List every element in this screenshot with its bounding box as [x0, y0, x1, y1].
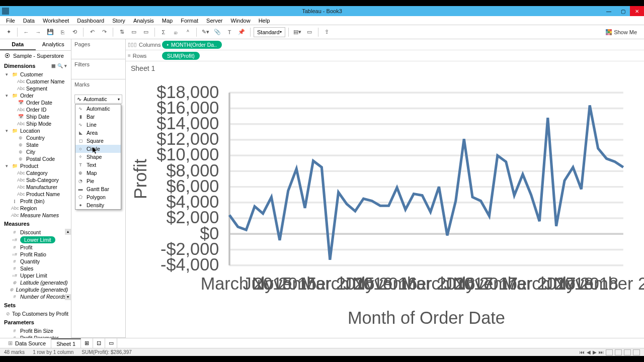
tableau-logo-icon[interactable]: ✦: [3, 27, 14, 38]
search-icon[interactable]: 🔍: [57, 63, 63, 68]
dim-customer-name[interactable]: AbcCustomer Name: [1, 78, 70, 85]
fit-dropdown[interactable]: Standard▾: [254, 27, 285, 37]
dim-category[interactable]: AbcCategory: [1, 169, 70, 176]
nav-next-button[interactable]: ▶: [593, 349, 597, 355]
data-source-tab[interactable]: ⊞Data Source: [0, 338, 51, 348]
nav-last-button[interactable]: ⏭: [599, 349, 604, 355]
marks-type-polygon[interactable]: ⬠Polygon: [75, 193, 121, 201]
scroll-down-button[interactable]: ▾: [65, 294, 71, 300]
close-button[interactable]: ✕: [630, 6, 644, 16]
view-mode-1[interactable]: [606, 349, 613, 355]
measure-quantity[interactable]: #Quantity: [1, 258, 70, 265]
dim-product-name[interactable]: AbcProduct Name: [1, 191, 70, 198]
sheet-tab[interactable]: Sheet 1: [51, 338, 81, 348]
dim-postal-code[interactable]: ⊕Postal Code: [1, 155, 70, 162]
undo-button[interactable]: ↶: [87, 27, 98, 38]
marks-type-density[interactable]: ●Density: [75, 201, 121, 209]
menu-worksheet[interactable]: Worksheet: [39, 18, 73, 24]
label-button[interactable]: T: [224, 27, 235, 38]
param-profit-parameter[interactable]: #Profit Parameter: [1, 334, 70, 338]
measure-discount[interactable]: #Discount: [1, 229, 70, 236]
menu-analysis[interactable]: Analysis: [129, 18, 158, 24]
marks-type-bar[interactable]: ▮Bar: [75, 113, 121, 121]
swap-button[interactable]: ⇅: [116, 27, 127, 38]
dim-order[interactable]: ▾📁Order: [1, 92, 70, 99]
menu-format[interactable]: Format: [177, 18, 202, 24]
menu-file[interactable]: File: [2, 18, 19, 24]
menu-icon[interactable]: ▾: [64, 63, 67, 68]
group-button[interactable]: ⎄: [170, 27, 181, 38]
dim-profit-bin-[interactable]: ⫿Profit (bin): [1, 198, 70, 205]
sort-asc-button[interactable]: ▭: [128, 27, 139, 38]
dim-product[interactable]: ▾📁Product: [1, 162, 70, 169]
dim-sub-category[interactable]: AbcSub-Category: [1, 176, 70, 184]
totals-button[interactable]: Σ: [158, 27, 169, 38]
marks-type-map[interactable]: ⊕Map: [75, 169, 121, 177]
measure-longitude-generated-[interactable]: ⊕Longitude (generated): [1, 286, 70, 293]
highlight-button[interactable]: ✎▾: [200, 27, 211, 38]
new-dashboard-button[interactable]: ⊡: [93, 338, 105, 348]
pin-button[interactable]: 📎: [212, 27, 223, 38]
menu-window[interactable]: Window: [227, 18, 255, 24]
columns-shelf[interactable]: ▯▯▯Columns ▸MONTH(Order Da..: [126, 39, 644, 50]
refresh-button[interactable]: ⟲: [69, 27, 80, 38]
param-profit-bin-size[interactable]: #Profit Bin Size: [1, 327, 70, 334]
view-as-icon[interactable]: ▦: [51, 63, 56, 68]
presentation-button[interactable]: ▭: [304, 27, 315, 38]
dim-customer[interactable]: ▾📁Customer: [1, 71, 70, 78]
dim-order-id[interactable]: AbcOrder ID: [1, 106, 70, 113]
menu-dashboard[interactable]: Dashboard: [73, 18, 108, 24]
marks-type-square[interactable]: ◻Square: [75, 137, 121, 145]
new-story-button[interactable]: ▭: [105, 338, 117, 348]
dim-measure-names[interactable]: AbcMeasure Names: [1, 212, 70, 219]
new-worksheet-button[interactable]: ⊞: [81, 338, 93, 348]
menu-server[interactable]: Server: [202, 18, 226, 24]
maximize-button[interactable]: ▢: [616, 6, 630, 16]
measure-upper-limit[interactable]: =#Upper Limit: [1, 272, 70, 279]
minimize-button[interactable]: —: [602, 6, 616, 16]
new-data-button[interactable]: ⎘: [57, 27, 68, 38]
rows-shelf[interactable]: ≡Rows SUM(Profit): [126, 50, 644, 61]
marks-type-text[interactable]: TText: [75, 161, 121, 169]
marks-type-line[interactable]: ∿Line: [75, 121, 121, 129]
measure-profit-ratio[interactable]: =#Profit Ratio: [1, 251, 70, 258]
set-top-customers-by-profit[interactable]: ⊘Top Customers by Profit: [1, 310, 70, 317]
columns-pill[interactable]: ▸MONTH(Order Da..: [162, 41, 222, 49]
sheet-title[interactable]: Sheet 1: [126, 61, 644, 75]
measure-latitude-generated-[interactable]: ⊕Latitude (generated): [1, 279, 70, 286]
menu-help[interactable]: Help: [255, 18, 274, 24]
abc-button[interactable]: ᴬ: [182, 27, 193, 38]
marks-type-pie[interactable]: ◔Pie: [75, 177, 121, 185]
pages-shelf[interactable]: Pages: [71, 39, 125, 59]
measure-profit[interactable]: #Profit: [1, 244, 70, 251]
nav-prev-button[interactable]: ◀: [587, 349, 591, 355]
dim-city[interactable]: ⊕City: [1, 148, 70, 155]
dim-location[interactable]: ▾📁Location: [1, 127, 70, 134]
save-button[interactable]: 💾: [45, 27, 56, 38]
view-mode-3[interactable]: [624, 349, 631, 355]
tab-data[interactable]: Data: [0, 39, 36, 50]
measure-sales[interactable]: #Sales: [1, 265, 70, 272]
sort-desc-button[interactable]: ▭: [140, 27, 151, 38]
rows-pill[interactable]: SUM(Profit): [162, 52, 200, 60]
marks-type-gantt-bar[interactable]: ▬Gantt Bar: [75, 185, 121, 193]
measure-lower-limit[interactable]: =#Lower Limit: [1, 236, 70, 244]
back-button[interactable]: ←: [21, 27, 32, 38]
measure-number-of-records[interactable]: #Number of Records: [1, 293, 70, 300]
dim-manufacturer[interactable]: AbcManufacturer: [1, 184, 70, 191]
tab-analytics[interactable]: Analytics: [36, 39, 71, 50]
marks-type-automatic[interactable]: ∿Automatic: [75, 105, 121, 113]
datasource-row[interactable]: ⦿ Sample - Superstore: [0, 51, 71, 61]
filters-shelf[interactable]: Filters: [71, 59, 125, 79]
dim-region[interactable]: AbcRegion: [1, 205, 70, 212]
forward-button[interactable]: →: [33, 27, 44, 38]
menu-data[interactable]: Data: [19, 18, 39, 24]
show-me-button[interactable]: Show Me: [606, 29, 641, 35]
redo-button[interactable]: ↷: [99, 27, 110, 38]
dim-order-date[interactable]: 📅Order Date: [1, 99, 70, 106]
share-button[interactable]: ⇪: [321, 27, 333, 38]
menu-map[interactable]: Map: [158, 18, 177, 24]
view-mode-4[interactable]: [633, 349, 640, 355]
view-cards-button[interactable]: ▤▾: [292, 27, 303, 38]
view-mode-2[interactable]: [615, 349, 622, 355]
